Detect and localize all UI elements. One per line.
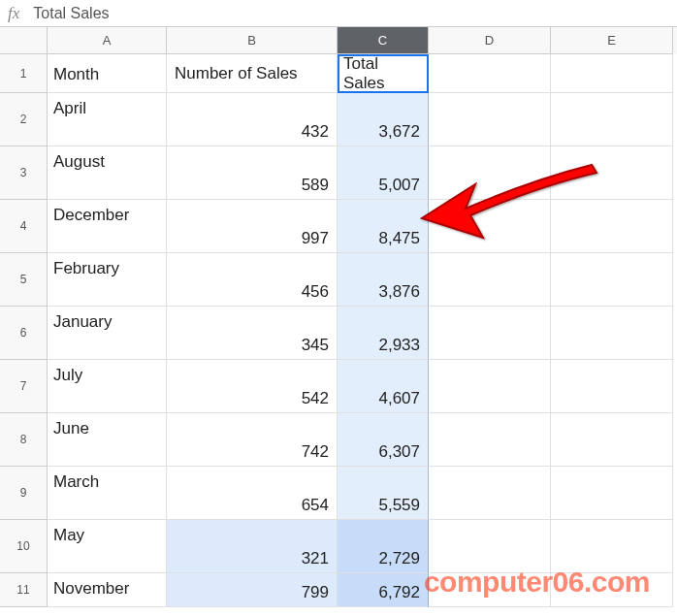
row-header-5[interactable]: 5: [0, 253, 48, 307]
cell-B5[interactable]: 456: [167, 253, 338, 307]
fx-icon: fx: [8, 4, 19, 23]
formula-bar: fx: [0, 0, 677, 27]
table-row: 2 April 432 3,672: [0, 93, 677, 146]
cell-C10[interactable]: 2,729: [338, 520, 429, 573]
cell-E7[interactable]: [551, 360, 673, 413]
cell-B11[interactable]: 799: [167, 573, 338, 607]
table-row: 9 March 654 5,559: [0, 467, 677, 520]
cell-B9[interactable]: 654: [167, 467, 338, 520]
cell-C2[interactable]: 3,672: [338, 93, 429, 146]
cell-D8[interactable]: [429, 413, 551, 467]
cell-B8[interactable]: 742: [167, 413, 338, 467]
cell-D2[interactable]: [429, 93, 551, 146]
cell-B2[interactable]: 432: [167, 93, 338, 146]
row-header-11[interactable]: 11: [0, 573, 48, 607]
cell-B7[interactable]: 542: [167, 360, 338, 413]
row-header-2[interactable]: 2: [0, 93, 48, 146]
column-headers-row: A B C D E: [0, 27, 677, 54]
cell-B4[interactable]: 997: [167, 200, 338, 253]
cell-C5[interactable]: 3,876: [338, 253, 429, 307]
cell-C7[interactable]: 4,607: [338, 360, 429, 413]
cell-C9[interactable]: 5,559: [338, 467, 429, 520]
cell-E4[interactable]: [551, 200, 673, 253]
spreadsheet-grid: A B C D E 1 Month Number of Sales Total …: [0, 27, 677, 607]
row-header-9[interactable]: 9: [0, 467, 48, 520]
data-rows: 1 Month Number of Sales Total Sales 2 Ap…: [0, 54, 677, 607]
cell-C6[interactable]: 2,933: [338, 307, 429, 360]
cell-D7[interactable]: [429, 360, 551, 413]
cell-A8[interactable]: June: [48, 413, 167, 467]
row-header-7[interactable]: 7: [0, 360, 48, 413]
cell-A5[interactable]: February: [48, 253, 167, 307]
row-header-1[interactable]: 1: [0, 54, 48, 93]
column-header-B[interactable]: B: [167, 27, 338, 54]
table-row: 5 February 456 3,876: [0, 253, 677, 307]
cell-C8[interactable]: 6,307: [338, 413, 429, 467]
row-header-3[interactable]: 3: [0, 146, 48, 200]
cell-D11[interactable]: [429, 573, 551, 607]
cell-E2[interactable]: [551, 93, 673, 146]
cell-E5[interactable]: [551, 253, 673, 307]
table-row: 11 November 799 6,792: [0, 573, 677, 607]
row-header-6[interactable]: 6: [0, 307, 48, 360]
cell-A11[interactable]: November: [48, 573, 167, 607]
cell-C4[interactable]: 8,475: [338, 200, 429, 253]
cell-A7[interactable]: July: [48, 360, 167, 413]
cell-C1[interactable]: Total Sales: [338, 54, 429, 93]
cell-D1[interactable]: [429, 54, 551, 93]
table-row: 1 Month Number of Sales Total Sales: [0, 54, 677, 93]
cell-C3[interactable]: 5,007: [338, 146, 429, 200]
cell-D3[interactable]: [429, 146, 551, 200]
column-header-E[interactable]: E: [551, 27, 673, 54]
row-header-10[interactable]: 10: [0, 520, 48, 573]
table-row: 4 December 997 8,475: [0, 200, 677, 253]
cell-E11[interactable]: [551, 573, 673, 607]
cell-B10[interactable]: 321: [167, 520, 338, 573]
formula-input[interactable]: [33, 5, 677, 22]
table-row: 7 July 542 4,607: [0, 360, 677, 413]
row-header-8[interactable]: 8: [0, 413, 48, 467]
cell-A1[interactable]: Month: [48, 54, 167, 93]
cell-A4[interactable]: December: [48, 200, 167, 253]
cell-A2[interactable]: April: [48, 93, 167, 146]
cell-A6[interactable]: January: [48, 307, 167, 360]
select-all-corner[interactable]: [0, 27, 48, 54]
cell-C11[interactable]: 6,792: [338, 573, 429, 607]
cell-A3[interactable]: August: [48, 146, 167, 200]
cell-E6[interactable]: [551, 307, 673, 360]
cell-E1[interactable]: [551, 54, 673, 93]
table-row: 10 May 321 2,729: [0, 520, 677, 573]
cell-D4[interactable]: [429, 200, 551, 253]
cell-A9[interactable]: March: [48, 467, 167, 520]
cell-E8[interactable]: [551, 413, 673, 467]
cell-E3[interactable]: [551, 146, 673, 200]
column-header-C[interactable]: C: [338, 27, 429, 54]
cell-A10[interactable]: May: [48, 520, 167, 573]
cell-D5[interactable]: [429, 253, 551, 307]
cell-E9[interactable]: [551, 467, 673, 520]
table-row: 3 August 589 5,007: [0, 146, 677, 200]
cell-B3[interactable]: 589: [167, 146, 338, 200]
column-header-D[interactable]: D: [429, 27, 551, 54]
row-header-4[interactable]: 4: [0, 200, 48, 253]
cell-B1[interactable]: Number of Sales: [167, 54, 338, 93]
cell-D6[interactable]: [429, 307, 551, 360]
table-row: 8 June 742 6,307: [0, 413, 677, 467]
cell-D10[interactable]: [429, 520, 551, 573]
cell-E10[interactable]: [551, 520, 673, 573]
column-header-A[interactable]: A: [48, 27, 167, 54]
table-row: 6 January 345 2,933: [0, 307, 677, 360]
cell-B6[interactable]: 345: [167, 307, 338, 360]
cell-D9[interactable]: [429, 467, 551, 520]
